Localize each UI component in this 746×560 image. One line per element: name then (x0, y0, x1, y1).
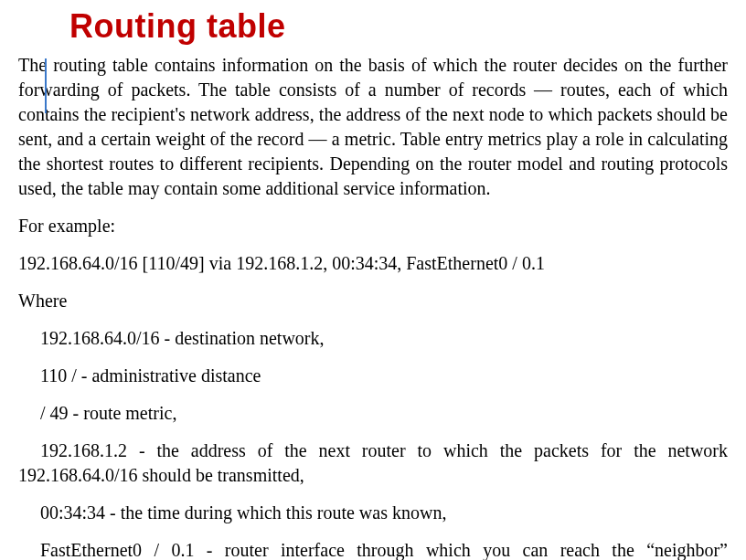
page-title: Routing table (69, 7, 728, 46)
definition-interface: FastEthernet0 / 0.1 - router interface t… (18, 538, 728, 560)
definition-time-known: 00:34:34 - the time during which this ro… (18, 501, 728, 525)
definition-destination-network: 192.168.64.0/16 - destination network, (18, 326, 728, 351)
example-label: For example: (18, 214, 728, 238)
intro-paragraph: The routing table contains information o… (18, 53, 728, 201)
definition-admin-distance: 110 / - administrative distance (18, 364, 728, 388)
definition-next-router: 192.168.1.2 - the address of the next ro… (18, 438, 728, 488)
definition-route-metric: / 49 - route metric, (18, 401, 728, 426)
where-label: Where (18, 289, 728, 313)
slide: Routing table The routing table contains… (0, 0, 746, 560)
text-cursor-mark (45, 58, 47, 113)
example-route-line: 192.168.64.0/16 [110/49] via 192.168.1.2… (18, 251, 728, 276)
